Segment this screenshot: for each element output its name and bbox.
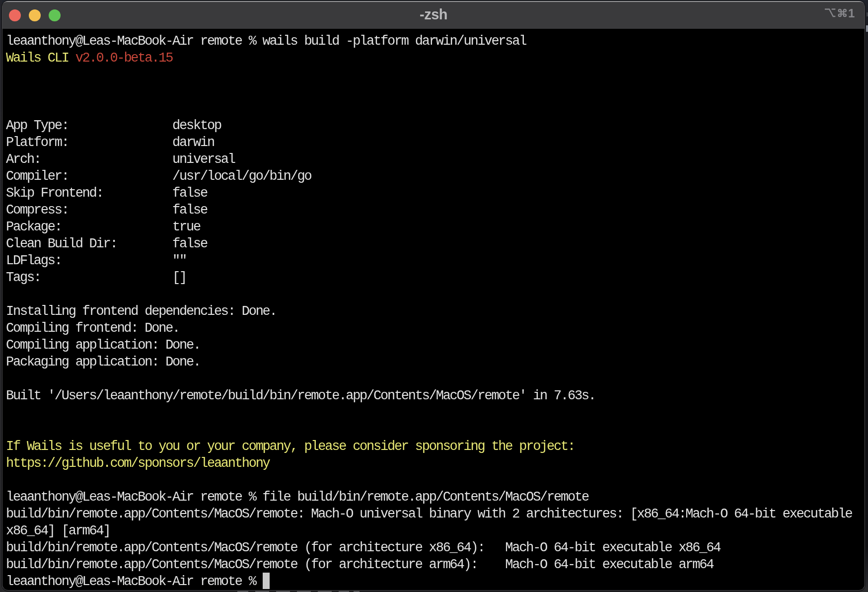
svg-text:1: 1 bbox=[848, 8, 855, 20]
